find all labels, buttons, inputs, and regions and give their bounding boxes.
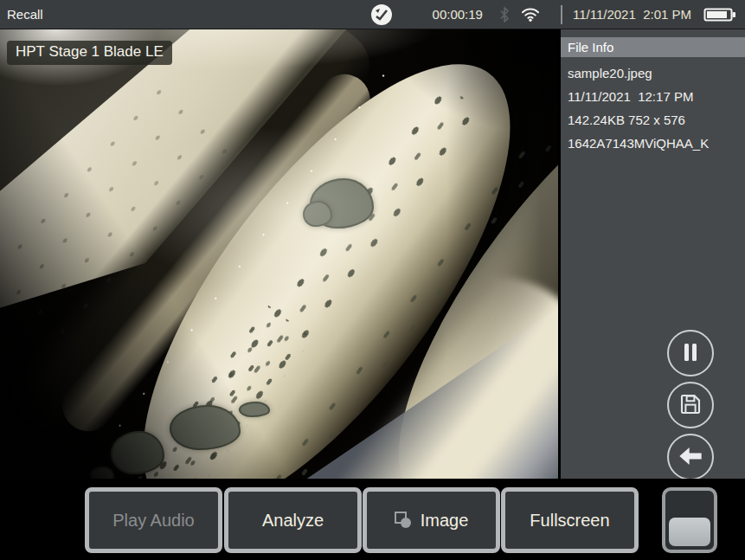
status-bar: Recall 00:00:19 <box>0 0 745 29</box>
image-stack-icon <box>395 512 412 529</box>
fullscreen-button[interactable]: Fullscreen <box>501 487 639 553</box>
image-label: Image <box>421 511 469 531</box>
pause-button[interactable] <box>667 330 714 377</box>
image-title-label: HPT Stage 1 Blade LE <box>16 43 164 60</box>
display-toggle-switch[interactable] <box>662 487 717 553</box>
play-audio-label: Play Audio <box>112 511 195 531</box>
recall-screen: Recall 00:00:19 <box>0 0 745 560</box>
play-audio-button[interactable]: Play Audio <box>85 487 222 553</box>
battery-icon <box>703 6 736 23</box>
fullscreen-label: Fullscreen <box>530 511 609 531</box>
borescope-image: HPT Stage 1 Blade LE <box>0 29 558 479</box>
main-content: HPT Stage 1 Blade LE File Info sample20.… <box>0 29 745 479</box>
side-action-buttons <box>667 330 714 480</box>
bluetooth-icon <box>498 6 511 23</box>
analyze-button[interactable]: Analyze <box>224 487 362 553</box>
datetime-label: 11/11/2021 2:01 PM <box>573 7 691 22</box>
file-size-dimensions: 142.24KB 752 x 576 <box>561 113 745 127</box>
analyze-label: Analyze <box>262 511 324 531</box>
file-serial: 1642A7143MViQHAA_K <box>561 136 745 151</box>
file-datetime: 11/11/2021 12:17 PM <box>561 89 745 104</box>
back-arrow-icon <box>677 442 704 473</box>
measurement-indicator-icon <box>370 3 393 26</box>
wifi-icon <box>521 7 540 22</box>
toggle-knob <box>669 518 710 546</box>
bottom-toolbar: Play Audio Analyze Image Fullscreen <box>0 479 745 560</box>
status-divider <box>561 5 562 24</box>
file-info-header: File Info <box>561 37 745 57</box>
save-button[interactable] <box>667 382 714 428</box>
status-bar-right: 00:00:19 11/11/2021 2:01 PM <box>370 3 736 26</box>
back-button[interactable] <box>667 434 714 480</box>
image-title-tag: HPT Stage 1 Blade LE <box>7 41 172 65</box>
image-button[interactable]: Image <box>363 487 500 553</box>
mode-label: Recall <box>7 7 43 22</box>
timer-label: 00:00:19 <box>433 7 483 22</box>
save-floppy-icon <box>678 391 703 420</box>
file-name: sample20.jpeg <box>561 66 745 80</box>
file-info-panel: File Info sample20.jpeg 11/11/2021 12:17… <box>561 29 745 479</box>
pause-icon <box>678 339 703 368</box>
